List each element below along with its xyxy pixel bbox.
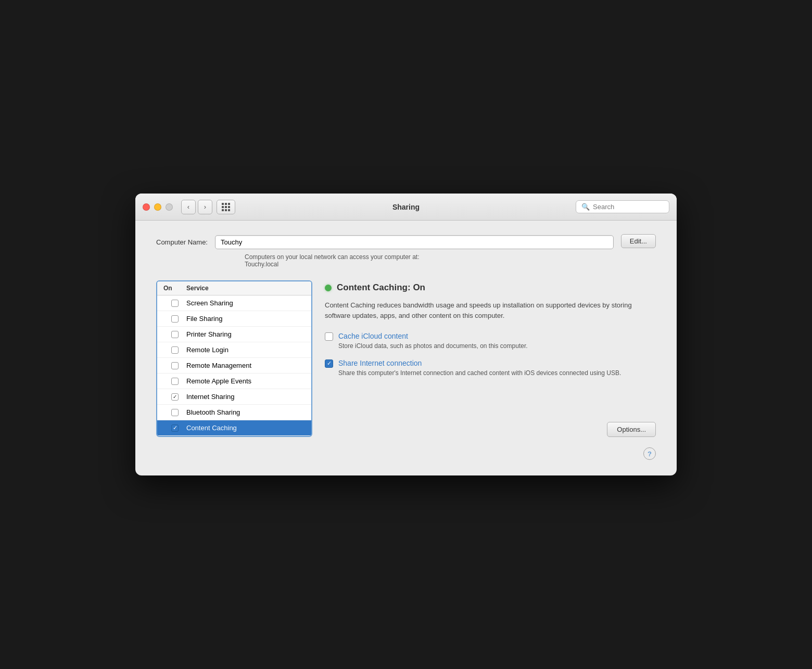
address-text: Computers on your local network can acce… xyxy=(245,253,656,268)
grid-button[interactable] xyxy=(217,200,235,214)
checkbox-remote-management[interactable] xyxy=(171,362,179,369)
checkbox-screen-sharing[interactable] xyxy=(171,300,179,307)
computer-name-input[interactable] xyxy=(215,235,614,249)
service-label-remote-management: Remote Management xyxy=(186,362,305,369)
minimize-button[interactable] xyxy=(154,203,161,211)
service-label-printer-sharing: Printer Sharing xyxy=(186,330,305,338)
checkbox-file-sharing[interactable] xyxy=(171,315,179,323)
edit-button[interactable]: Edit... xyxy=(621,234,656,248)
address-value: Touchy.local xyxy=(245,261,278,268)
service-item-remote-management[interactable]: Remote Management xyxy=(157,358,311,374)
service-item-screen-sharing[interactable]: Screen Sharing xyxy=(157,295,311,311)
option-checkbox-share-internet[interactable] xyxy=(325,359,333,368)
service-item-internet-sharing[interactable]: ✓ Internet Sharing xyxy=(157,389,311,405)
checkbox-bluetooth-sharing[interactable] xyxy=(171,409,179,416)
checkbox-internet-sharing[interactable]: ✓ xyxy=(171,393,179,401)
option-row-icloud: Cache iCloud content Store iCloud data, … xyxy=(325,332,656,351)
service-description: Content Caching reduces bandwidth usage … xyxy=(325,300,656,320)
computer-name-row: Computer Name: Edit... xyxy=(156,235,656,249)
service-label-bluetooth-sharing: Bluetooth Sharing xyxy=(186,408,305,416)
col-service-header: Service xyxy=(186,285,305,292)
search-box[interactable]: 🔍 xyxy=(576,200,669,213)
checkbox-content-caching[interactable]: ✓ xyxy=(171,424,179,432)
grid-icon xyxy=(222,203,230,211)
search-icon: 🔍 xyxy=(581,203,590,211)
checkbox-remote-login[interactable] xyxy=(171,346,179,354)
service-label-content-caching: Content Caching xyxy=(186,424,305,432)
option-text-share-internet: Share Internet connection Share this com… xyxy=(338,359,656,378)
service-item-content-caching[interactable]: ✓ Content Caching xyxy=(157,420,311,436)
option-row-share-internet: Share Internet connection Share this com… xyxy=(325,359,656,378)
service-title: Content Caching: On xyxy=(337,282,425,293)
col-on-header: On xyxy=(163,285,186,292)
service-item-bluetooth-sharing[interactable]: Bluetooth Sharing xyxy=(157,405,311,420)
search-input[interactable] xyxy=(593,203,664,211)
service-label-file-sharing: File Sharing xyxy=(186,315,305,323)
detail-panel: Content Caching: On Content Caching redu… xyxy=(325,280,656,437)
service-item-remote-login[interactable]: Remote Login xyxy=(157,342,311,358)
service-label-internet-sharing: Internet Sharing xyxy=(186,393,305,401)
option-desc-icloud: Store iCloud data, such as photos and do… xyxy=(338,342,656,351)
window-title: Sharing xyxy=(392,203,420,211)
close-button[interactable] xyxy=(143,203,150,211)
option-desc-share-internet: Share this computer's Internet connectio… xyxy=(338,369,656,378)
checkbox-printer-sharing[interactable] xyxy=(171,331,179,338)
option-text-icloud: Cache iCloud content Store iCloud data, … xyxy=(338,332,656,351)
options-button[interactable]: Options... xyxy=(607,422,656,437)
main-panel: On Service Screen Sharing File Sharing P… xyxy=(156,280,656,437)
option-checkbox-icloud[interactable] xyxy=(325,332,333,341)
service-item-remote-apple-events[interactable]: Remote Apple Events xyxy=(157,374,311,389)
back-button[interactable]: ‹ xyxy=(181,200,196,214)
computer-name-label: Computer Name: xyxy=(156,238,208,246)
nav-buttons: ‹ › xyxy=(181,200,212,214)
status-dot-on xyxy=(325,285,332,291)
help-button[interactable]: ? xyxy=(643,447,656,460)
service-title-row: Content Caching: On xyxy=(325,282,656,293)
service-label-remote-login: Remote Login xyxy=(186,346,305,354)
titlebar: ‹ › Sharing 🔍 xyxy=(135,194,677,221)
maximize-button[interactable] xyxy=(166,203,173,211)
checkbox-remote-apple-events[interactable] xyxy=(171,378,179,385)
service-item-printer-sharing[interactable]: Printer Sharing xyxy=(157,327,311,342)
address-sublabel: Computers on your local network can acce… xyxy=(245,253,419,261)
service-item-file-sharing[interactable]: File Sharing xyxy=(157,311,311,327)
service-label-remote-apple-events: Remote Apple Events xyxy=(186,377,305,385)
bottom-row: ? xyxy=(156,447,656,460)
options-btn-row: Options... xyxy=(325,422,656,437)
content-area: Computer Name: Edit... Computers on your… xyxy=(135,221,677,475)
service-list: On Service Screen Sharing File Sharing P… xyxy=(156,280,312,437)
service-label-screen-sharing: Screen Sharing xyxy=(186,299,305,307)
option-label-share-internet: Share Internet connection xyxy=(338,359,656,367)
computer-name-address-area: Computers on your local network can acce… xyxy=(156,253,656,268)
forward-button[interactable]: › xyxy=(198,200,212,214)
service-list-header: On Service xyxy=(157,281,311,295)
option-label-icloud: Cache iCloud content xyxy=(338,332,656,340)
traffic-lights xyxy=(143,203,173,211)
system-preferences-window: ‹ › Sharing 🔍 Computer Name: Edit... Com… xyxy=(135,194,677,475)
